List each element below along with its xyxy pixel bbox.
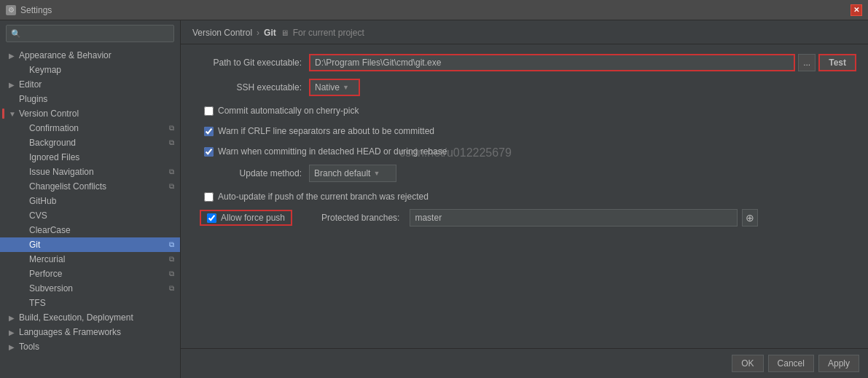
copy-icon: ⧉ bbox=[169, 182, 174, 191]
sidebar-tree: ▶ Appearance & Behavior Keymap ▶ Editor … bbox=[0, 47, 180, 378]
arrow-icon: ▶ bbox=[9, 343, 19, 351]
sidebar-item-label: TFS bbox=[29, 298, 174, 308]
breadcrumb: Version Control › Git 🖥 For current proj… bbox=[181, 20, 868, 44]
sidebar-item-label: Tools bbox=[19, 342, 174, 352]
sidebar-item-keymap[interactable]: Keymap bbox=[0, 63, 180, 77]
sidebar-item-tools[interactable]: ▶ Tools bbox=[0, 339, 180, 354]
breadcrumb-part2: Git bbox=[264, 28, 276, 38]
path-input[interactable] bbox=[309, 54, 795, 71]
sidebar: 🔍 ▶ Appearance & Behavior Keymap ▶ Edito… bbox=[0, 20, 181, 378]
title-bar-title: Settings bbox=[20, 5, 52, 15]
sidebar-item-label: Subversion bbox=[29, 283, 169, 294]
app-icon: ⚙ bbox=[6, 5, 16, 15]
dropdown-arrow-icon: ▼ bbox=[343, 84, 349, 91]
copy-icon: ⧉ bbox=[169, 168, 174, 176]
sidebar-item-confirmation[interactable]: Confirmation ⧉ bbox=[0, 121, 180, 135]
sidebar-item-label: Issue Navigation bbox=[29, 167, 169, 177]
sidebar-item-label: Keymap bbox=[29, 65, 174, 75]
allow-force-push-checkbox[interactable] bbox=[207, 213, 216, 223]
content-panel: Version Control › Git 🖥 For current proj… bbox=[181, 20, 868, 378]
arrow-icon: ▶ bbox=[9, 52, 19, 60]
sidebar-item-editor[interactable]: ▶ Editor bbox=[0, 77, 180, 92]
crlf-label: Warn if CRLF line separators are about t… bbox=[218, 126, 434, 136]
breadcrumb-icon: 🖥 bbox=[281, 28, 289, 37]
commit-checkbox-row: Commit automatically on cherry-pick bbox=[192, 103, 856, 119]
close-button[interactable]: ✕ bbox=[851, 4, 862, 16]
sidebar-item-label: Version Control bbox=[19, 109, 174, 119]
sidebar-item-label: GitHub bbox=[29, 196, 174, 206]
crlf-checkbox-row: Warn if CRLF line separators are about t… bbox=[192, 123, 856, 139]
commit-checkbox[interactable] bbox=[204, 106, 214, 116]
sidebar-item-changelist-conflicts[interactable]: Changelist Conflicts ⧉ bbox=[0, 179, 180, 194]
sidebar-item-label: Background bbox=[29, 138, 169, 148]
add-protected-branch-button[interactable]: ⊕ bbox=[742, 209, 758, 227]
autoupdate-label: Auto-update if push of the current branc… bbox=[218, 192, 429, 202]
breadcrumb-part1: Version Control bbox=[192, 28, 252, 38]
update-method-label: Update method: bbox=[192, 168, 309, 178]
sidebar-item-label: Mercurial bbox=[29, 254, 169, 264]
sidebar-item-languages[interactable]: ▶ Languages & Frameworks bbox=[0, 325, 180, 339]
sidebar-item-issue-navigation[interactable]: Issue Navigation ⧉ bbox=[0, 165, 180, 179]
title-bar: ⚙ Settings ✕ bbox=[0, 0, 868, 20]
ok-button[interactable]: OK bbox=[732, 355, 763, 372]
arrow-icon: ▼ bbox=[9, 110, 19, 118]
cancel-button[interactable]: Cancel bbox=[768, 355, 814, 372]
copy-icon: ⧉ bbox=[169, 138, 174, 147]
update-method-value: Branch default bbox=[314, 168, 370, 178]
protected-branches-label: Protected branches: bbox=[321, 213, 405, 223]
copy-icon: ⧉ bbox=[169, 284, 174, 293]
sidebar-item-github[interactable]: GitHub bbox=[0, 194, 180, 208]
force-push-row: Allow force push Protected branches: ⊕ bbox=[192, 209, 856, 227]
ssh-select[interactable]: Native ▼ bbox=[309, 79, 360, 96]
crlf-checkbox[interactable] bbox=[204, 127, 214, 136]
autoupdate-checkbox-row: Auto-update if push of the current branc… bbox=[192, 189, 856, 205]
sidebar-item-build[interactable]: ▶ Build, Execution, Deployment bbox=[0, 310, 180, 325]
update-method-select[interactable]: Branch default ▼ bbox=[309, 165, 396, 182]
sidebar-item-label: Ignored Files bbox=[29, 152, 174, 162]
footer: OK Cancel Apply bbox=[181, 348, 868, 378]
sidebar-item-label: Languages & Frameworks bbox=[19, 327, 174, 337]
sidebar-item-subversion[interactable]: Subversion ⧉ bbox=[0, 281, 180, 296]
sidebar-item-label: CVS bbox=[29, 210, 174, 221]
allow-force-push-container: Allow force push bbox=[200, 210, 292, 226]
sidebar-item-appearance[interactable]: ▶ Appearance & Behavior bbox=[0, 48, 180, 63]
path-label: Path to Git executable: bbox=[192, 58, 309, 68]
apply-button[interactable]: Apply bbox=[818, 355, 859, 372]
copy-icon: ⧉ bbox=[169, 255, 174, 264]
sidebar-item-tfs[interactable]: TFS bbox=[0, 296, 180, 310]
ssh-form-row: SSH executable: Native ▼ bbox=[192, 78, 856, 97]
browse-button[interactable]: ... bbox=[798, 54, 816, 71]
breadcrumb-suffix: For current project bbox=[293, 28, 364, 38]
sidebar-item-label: Confirmation bbox=[29, 123, 169, 133]
sidebar-item-label: Plugins bbox=[19, 94, 174, 104]
arrow-icon: ▶ bbox=[9, 81, 19, 89]
sidebar-item-label: Changelist Conflicts bbox=[29, 181, 169, 192]
ssh-value: Native bbox=[315, 82, 340, 92]
sidebar-item-plugins[interactable]: Plugins bbox=[0, 92, 180, 106]
sidebar-item-label: Build, Execution, Deployment bbox=[19, 312, 174, 323]
red-indicator bbox=[2, 109, 4, 119]
sidebar-item-clearcase[interactable]: ClearCase bbox=[0, 223, 180, 237]
copy-icon: ⧉ bbox=[169, 269, 174, 278]
sidebar-item-perforce[interactable]: Perforce ⧉ bbox=[0, 267, 180, 281]
arrow-icon: ▶ bbox=[9, 328, 19, 336]
ssh-label: SSH executable: bbox=[192, 82, 309, 92]
commit-label: Commit automatically on cherry-pick bbox=[218, 106, 359, 116]
copy-icon: ⧉ bbox=[169, 124, 174, 133]
sidebar-item-ignored-files[interactable]: Ignored Files bbox=[0, 150, 180, 165]
detached-checkbox[interactable] bbox=[204, 147, 214, 157]
autoupdate-checkbox[interactable] bbox=[204, 192, 214, 202]
content-body: csdn.net/u012225679 Path to Git executab… bbox=[181, 44, 868, 348]
path-form-row: Path to Git executable: ... Test bbox=[192, 53, 856, 72]
sidebar-item-version-control[interactable]: ▼ Version Control bbox=[0, 106, 180, 121]
search-icon: 🔍 bbox=[11, 29, 21, 39]
sidebar-item-mercurial[interactable]: Mercurial ⧉ bbox=[0, 252, 180, 267]
search-box[interactable]: 🔍 bbox=[6, 25, 174, 42]
sidebar-item-cvs[interactable]: CVS bbox=[0, 208, 180, 223]
sidebar-item-background[interactable]: Background ⧉ bbox=[0, 135, 180, 150]
search-input[interactable] bbox=[24, 28, 169, 39]
breadcrumb-separator: › bbox=[257, 28, 259, 38]
test-button[interactable]: Test bbox=[818, 54, 856, 71]
sidebar-item-git[interactable]: Git ⧉ bbox=[0, 237, 180, 252]
protected-branches-input[interactable] bbox=[410, 209, 738, 227]
